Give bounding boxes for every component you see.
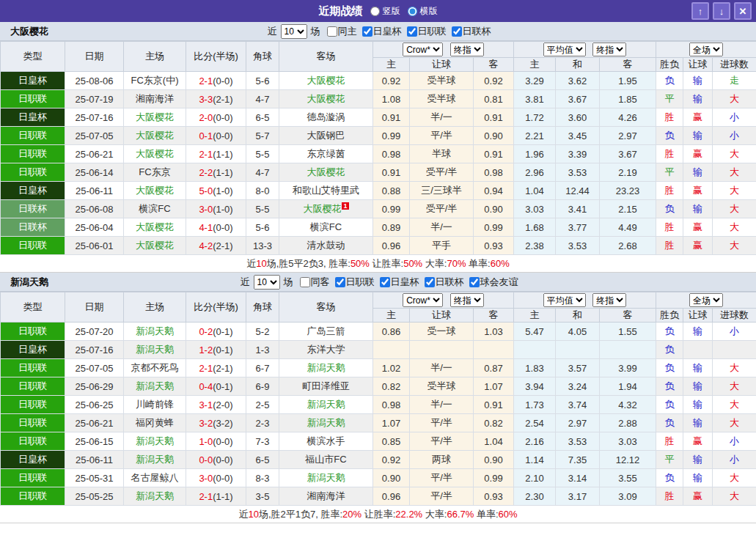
league-checkbox-label[interactable]: 日职联 xyxy=(335,276,375,289)
near-count-select[interactable]: 10 xyxy=(281,24,307,39)
league-checkbox-label[interactable]: 日联杯 xyxy=(425,276,464,289)
handicap-home-odds: 0.86 xyxy=(373,323,410,341)
result-wdl: 胜 xyxy=(656,218,683,237)
avg-away-odds: 2.97 xyxy=(600,127,656,145)
halftime-score: (1-0) xyxy=(213,204,232,215)
date-cell: 25-06-29 xyxy=(65,377,124,396)
score-cell: 3-2(3-2) xyxy=(186,414,246,432)
halftime-score: (0-1) xyxy=(213,381,232,392)
layout-vertical-option[interactable]: 竖版 xyxy=(370,5,400,18)
avg-away-odds: 1.95 xyxy=(600,72,656,90)
league-checkbox-label[interactable]: 球会友谊 xyxy=(469,276,518,289)
result-handicap: 输 xyxy=(683,200,713,218)
home-team-cell: 湘南海洋 xyxy=(124,90,186,108)
horizontal-radio[interactable] xyxy=(408,7,417,16)
league-checkbox[interactable] xyxy=(380,277,390,287)
league-checkbox-label[interactable]: 日皇杯 xyxy=(362,25,402,38)
scope-select[interactable]: 全场 xyxy=(689,43,723,56)
avg-draw-odds: 3.41 xyxy=(556,200,600,218)
league-checkbox-label[interactable]: 日联杯 xyxy=(452,25,491,38)
league-checkbox[interactable] xyxy=(407,26,417,37)
match-row: 日职联25-06-21大阪樱花2-1(1-1)5-5东京绿茵0.98半球0.91… xyxy=(1,145,756,163)
move-up-button[interactable]: ↑ xyxy=(691,2,709,20)
avg-away-odds: 12.12 xyxy=(600,451,656,469)
col-result-wdl: 胜负 xyxy=(656,309,683,323)
corner-cell: 4-7 xyxy=(246,90,279,108)
col-avg-home: 主 xyxy=(514,58,556,72)
league-checkbox-label[interactable]: 日职联 xyxy=(407,25,447,38)
summary-part: 大率: xyxy=(422,258,447,269)
away-team-cell: 大阪樱花 xyxy=(279,72,373,90)
handicap-away-odds: 0.93 xyxy=(474,487,514,506)
league-checkbox-label[interactable]: 日皇杯 xyxy=(380,276,419,289)
result-goals: 大 xyxy=(713,237,756,255)
col-score: 比分(半场) xyxy=(186,292,246,323)
col-handicap-away: 客 xyxy=(474,309,514,323)
avg-source-select[interactable]: 平均值 xyxy=(543,293,586,307)
vertical-radio[interactable] xyxy=(370,7,380,16)
handicap-away-odds: 0.99 xyxy=(474,218,514,237)
handicap-away-odds: 1.07 xyxy=(474,377,514,396)
handicap-home-odds: 1.07 xyxy=(373,414,410,432)
home-team-cell: 新潟天鹅 xyxy=(124,432,186,451)
summary-part: 66.7% xyxy=(447,509,474,520)
date-cell: 25-06-15 xyxy=(65,432,124,451)
date-cell: 25-06-21 xyxy=(65,145,124,163)
score-cell: 1-0(0-0) xyxy=(186,432,246,451)
same-venue-checkbox[interactable] xyxy=(300,277,310,287)
average-group-header: 平均值 终指 xyxy=(514,42,656,58)
avg-home-odds: 2.21 xyxy=(514,127,556,145)
score-cell: 2-1(2-1) xyxy=(186,359,246,377)
match-row: 日皇杯25-07-16新潟天鹅1-2(0-1)1-3东洋大学负 xyxy=(1,341,756,359)
odds-stage-select[interactable]: 终指 xyxy=(450,43,484,56)
avg-stage-select[interactable]: 终指 xyxy=(592,43,626,56)
same-venue-checkbox-label[interactable]: 同客 xyxy=(300,276,330,289)
fulltime-score: 1-0 xyxy=(199,436,213,447)
odds-company-select[interactable]: Crow* xyxy=(403,43,443,56)
score-cell: 4-1(0-0) xyxy=(186,218,246,237)
handicap-line: 半/一 xyxy=(410,108,474,127)
handicap-line: 平/半 xyxy=(410,127,474,145)
league-checkbox[interactable] xyxy=(335,277,345,287)
close-button[interactable]: ✕ xyxy=(734,2,752,20)
average-group-header: 平均值 终指 xyxy=(514,292,656,309)
move-down-button[interactable]: ↓ xyxy=(713,2,730,20)
near-count-select[interactable]: 10 xyxy=(254,275,280,290)
league-checkbox[interactable] xyxy=(425,277,435,287)
date-cell: 25-06-25 xyxy=(65,396,124,414)
odds-stage-select[interactable]: 终指 xyxy=(450,293,484,307)
rank-badge: 1 xyxy=(342,202,348,210)
avg-home-odds: 2.38 xyxy=(514,237,556,255)
league-checkbox[interactable] xyxy=(469,277,480,287)
score-cell: 3-1(2-0) xyxy=(186,396,246,414)
col-type: 类型 xyxy=(1,42,65,72)
result-wdl: 负 xyxy=(656,72,683,90)
summary-part: 70% xyxy=(447,258,466,269)
league-checkbox[interactable] xyxy=(362,26,373,37)
odds-company-select[interactable]: Crow* xyxy=(403,293,443,307)
fulltime-score: 2-1 xyxy=(199,363,213,374)
handicap-line: 平手 xyxy=(410,237,474,255)
home-team-cell: 大阪樱花 xyxy=(124,182,186,200)
avg-stage-select[interactable]: 终指 xyxy=(592,293,626,307)
type-badge: 日职联 xyxy=(1,163,65,182)
result-goals: 大 xyxy=(713,487,756,506)
avg-draw-odds: 3.67 xyxy=(556,90,600,108)
halftime-score: (2-0) xyxy=(213,399,232,410)
type-badge: 日职联 xyxy=(1,127,65,145)
layout-horizontal-option[interactable]: 横版 xyxy=(408,5,438,18)
corner-cell: 2-5 xyxy=(246,396,279,414)
result-wdl: 平 xyxy=(656,163,683,182)
scope-select[interactable]: 全场 xyxy=(689,293,723,307)
halftime-score: (0-1) xyxy=(213,344,232,355)
same-venue-checkbox-label[interactable]: 同主 xyxy=(327,25,357,38)
result-handicap: 赢 xyxy=(683,145,713,163)
avg-source-select[interactable]: 平均值 xyxy=(543,43,586,56)
league-checkbox[interactable] xyxy=(452,26,462,37)
same-venue-checkbox[interactable] xyxy=(327,26,337,37)
halftime-score: (1-1) xyxy=(213,491,232,502)
home-team-cell: 大阪樱花 xyxy=(124,127,186,145)
avg-away-odds: 3.67 xyxy=(600,145,656,163)
score-cell: 2-2(1-1) xyxy=(186,163,246,182)
handicap-away-odds: 0.94 xyxy=(474,182,514,200)
